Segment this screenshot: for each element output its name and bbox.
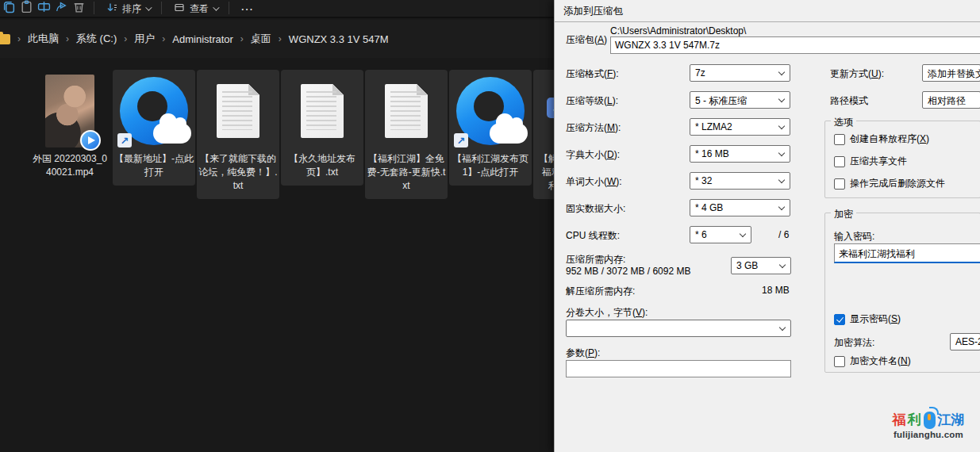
paste-icon[interactable] bbox=[17, 0, 35, 17]
breadcrumb-separator: › bbox=[162, 33, 165, 44]
more-options-button[interactable]: ⋯ bbox=[236, 1, 259, 17]
solid-block-size-label: 固实数据大小: bbox=[566, 202, 625, 216]
compress-shared-files-label: 压缩共享文件 bbox=[850, 155, 907, 168]
cpu-threads-select[interactable]: * 6 bbox=[690, 226, 751, 243]
compress-shared-files-checkbox-row[interactable]: 压缩共享文件 bbox=[834, 155, 907, 168]
chevron-down-icon bbox=[779, 324, 786, 331]
dictionary-size-select[interactable]: * 16 MB bbox=[690, 145, 790, 163]
update-mode-label: 更新方式(U): bbox=[830, 67, 884, 81]
sort-button[interactable]: 排序 bbox=[101, 1, 155, 17]
text-file-icon bbox=[385, 84, 428, 138]
compression-format-select[interactable]: 7z bbox=[690, 64, 790, 82]
delete-icon[interactable] bbox=[70, 0, 87, 17]
shortcut-arrow-icon: ↗ bbox=[117, 133, 132, 147]
chevron-down-icon bbox=[740, 231, 746, 237]
split-volume-combobox[interactable] bbox=[566, 320, 791, 337]
folder-icon bbox=[0, 34, 10, 44]
view-button[interactable]: 查看 bbox=[168, 1, 222, 17]
explorer-toolbar: 排序 查看 ⋯ bbox=[0, 0, 554, 18]
file-name: 【最新地址】-点此打开 bbox=[114, 152, 194, 179]
chevron-down-icon bbox=[145, 4, 152, 10]
file-name: 【来了就能下载的论坛，纯免费！】.txt bbox=[198, 152, 278, 193]
update-mode-select[interactable]: 添加并替换文 bbox=[922, 64, 980, 82]
split-volume-label: 分卷大小，字节(V): bbox=[566, 306, 648, 320]
chevron-down-icon bbox=[778, 96, 785, 102]
compression-level-select[interactable]: 5 - 标准压缩 bbox=[690, 91, 790, 109]
compression-format-label: 压缩格式(F): bbox=[566, 67, 619, 81]
encryption-group-title: 加密 bbox=[831, 208, 856, 221]
breadcrumb-item-desktop[interactable]: 桌面 bbox=[251, 32, 271, 46]
encrypt-filenames-label: 加密文件名(N) bbox=[850, 354, 911, 368]
file-name: 【福利江湖发布页1】-点此打开 bbox=[451, 152, 530, 179]
parameters-input[interactable] bbox=[566, 360, 791, 377]
text-file-lines bbox=[306, 91, 336, 130]
file-tile-txt-forum[interactable]: 【来了就能下载的论坛，纯免费！】.txt bbox=[197, 70, 279, 199]
chevron-down-icon bbox=[213, 4, 219, 10]
compress-shared-files-checkbox[interactable] bbox=[834, 156, 845, 167]
file-name: 【福利江湖】全免费-无套路-更新快.txt bbox=[367, 152, 446, 193]
file-tile-txt-fulijianghu[interactable]: 【福利江湖】全免费-无套路-更新快.txt bbox=[365, 70, 448, 199]
create-sfx-checkbox-row[interactable]: 创建自释放程序(X) bbox=[834, 132, 929, 146]
solid-block-size-select[interactable]: * 4 GB bbox=[690, 199, 790, 216]
text-file-lines bbox=[222, 91, 252, 130]
delete-after-checkbox[interactable] bbox=[834, 178, 845, 190]
chevron-down-icon bbox=[778, 123, 785, 129]
create-sfx-checkbox[interactable] bbox=[834, 134, 845, 145]
compression-method-select[interactable]: * LZMA2 bbox=[690, 118, 790, 136]
file-tile-video[interactable]: 外国 20220303_040021.mp4 bbox=[29, 70, 111, 186]
memory-usage-select[interactable]: 3 GB bbox=[731, 257, 791, 274]
watermark-url: fulijianghu.com bbox=[878, 430, 978, 439]
rename-icon[interactable] bbox=[35, 0, 52, 17]
path-mode-label: 路径模式 bbox=[830, 94, 868, 108]
video-thumbnail bbox=[45, 75, 94, 147]
text-file-lines bbox=[390, 91, 421, 130]
compression-level-label: 压缩等级(L): bbox=[566, 94, 618, 108]
dialog-title: 添加到压缩包 bbox=[563, 5, 623, 18]
cpu-threads-label: CPU 线程数: bbox=[566, 229, 620, 243]
toolbar-divider bbox=[161, 2, 162, 14]
breadcrumb-item-administrator[interactable]: Administrator bbox=[172, 33, 233, 45]
create-sfx-label: 创建自释放程序(X) bbox=[850, 132, 929, 146]
cloud-icon bbox=[153, 123, 191, 144]
watermark-char-fu: 福 bbox=[893, 411, 906, 429]
decompress-memory-value: 18 MB bbox=[762, 285, 790, 296]
encrypt-filenames-checkbox-row[interactable]: 加密文件名(N) bbox=[834, 354, 911, 368]
view-label: 查看 bbox=[190, 2, 209, 16]
password-input[interactable]: 来福利江湖找福利 bbox=[834, 243, 980, 263]
chevron-down-icon bbox=[778, 204, 785, 210]
delete-after-checkbox-row[interactable]: 操作完成后删除源文件 bbox=[834, 177, 945, 190]
password-label: 输入密码: bbox=[834, 230, 874, 243]
file-tile-txt-permanent-address[interactable]: 【永久地址发布页】.txt bbox=[281, 70, 363, 186]
watermark-jianghu: 江湖 bbox=[938, 411, 965, 429]
archive-filename-input[interactable]: WGNZX 3.3 1V 547M.7z bbox=[610, 36, 980, 54]
archive-path: C:\Users\Administrator\Desktop\ bbox=[610, 25, 746, 36]
breadcrumb-item-current-folder[interactable]: WGNZX 3.3 1V 547M bbox=[289, 33, 389, 45]
breadcrumb-separator: › bbox=[279, 33, 282, 44]
word-size-select[interactable]: * 32 bbox=[690, 172, 790, 190]
chevron-down-icon bbox=[779, 262, 786, 268]
watermark-char-li: 利 bbox=[908, 411, 921, 429]
copy-icon[interactable] bbox=[0, 0, 17, 17]
add-to-archive-dialog: 添加到压缩包 压缩包(A) C:\Users\Administrator\Des… bbox=[554, 0, 980, 452]
file-tile-shortcut-fulijianghu-page[interactable]: ↗ 【福利江湖发布页1】-点此打开 bbox=[449, 70, 532, 186]
breadcrumb-item-users[interactable]: 用户 bbox=[134, 32, 155, 46]
share-icon[interactable] bbox=[52, 0, 70, 17]
breadcrumb-item-c-drive[interactable]: 系统 (C:) bbox=[76, 32, 117, 46]
memory-usage-detail: 952 MB / 3072 MB / 6092 MB bbox=[566, 266, 690, 277]
cpu-threads-max: / 6 bbox=[778, 229, 789, 240]
path-mode-select[interactable]: 相对路径 bbox=[922, 91, 980, 109]
show-password-checkbox[interactable] bbox=[834, 314, 845, 325]
show-password-checkbox-row[interactable]: 显示密码(S) bbox=[834, 312, 901, 326]
cloud-icon bbox=[490, 123, 528, 144]
breadcrumb-separator: › bbox=[240, 33, 244, 44]
play-icon bbox=[80, 130, 101, 151]
chevron-down-icon bbox=[778, 177, 785, 183]
file-grid: 外国 20220303_040021.mp4 ↗ 【最新地址】-点此打开 【来了… bbox=[29, 70, 617, 199]
fulijianghu-watermark: 福 利 江湖 fulijianghu.com bbox=[878, 411, 978, 439]
file-tile-shortcut-latest-address[interactable]: ↗ 【最新地址】-点此打开 bbox=[113, 70, 195, 186]
encryption-method-label: 加密算法: bbox=[834, 336, 874, 350]
encryption-method-select[interactable]: AES-25 bbox=[950, 333, 980, 350]
breadcrumb-item-this-pc[interactable]: 此电脑 bbox=[28, 32, 59, 46]
sort-arrow-icon bbox=[106, 0, 118, 17]
encrypt-filenames-checkbox[interactable] bbox=[834, 356, 845, 367]
